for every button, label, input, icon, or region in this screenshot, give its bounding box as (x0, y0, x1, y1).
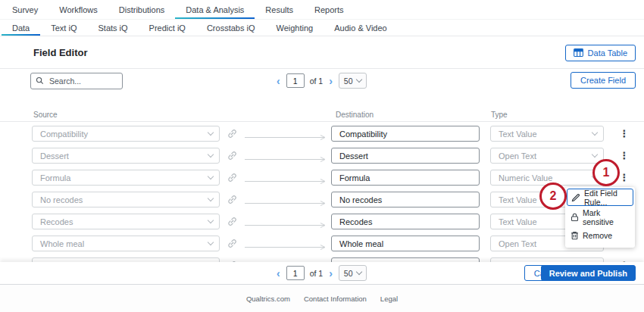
header-divider (0, 68, 644, 69)
pagination-page-input[interactable] (286, 266, 305, 280)
secondary-nav-item-crosstabs-iq[interactable]: Crosstabs iQ (196, 20, 266, 36)
source-select[interactable]: Recodes (32, 214, 220, 229)
menu-item-remove[interactable]: Remove (567, 226, 633, 245)
pagination-top: ‹of 1›50 (276, 73, 367, 89)
nav-item-label: Distributions (119, 5, 165, 14)
destination-input[interactable]: No recodes (331, 192, 480, 207)
annotation-step-2: 2 (539, 183, 567, 210)
mapping-arrow-icon (244, 240, 327, 254)
source-select[interactable]: No recodes (32, 192, 220, 207)
chevron-down-icon (208, 217, 214, 223)
row-menu-button[interactable]: ⋮ (618, 126, 630, 141)
chevron-down-icon (355, 269, 361, 275)
destination-input[interactable]: Dessert (331, 148, 480, 164)
nav-item-label: Workflows (59, 5, 98, 14)
chevron-down-icon (355, 76, 361, 83)
menu-item-label: Mark sensitive (583, 208, 630, 226)
page-size-value: 50 (344, 269, 353, 278)
trash-icon (571, 231, 579, 240)
field-editor-page: SurveyWorkflowsDistributionsData & Analy… (0, 0, 644, 312)
action-bar: ‹of 1›50 Cancel Review and Publish (0, 262, 644, 284)
pencil-icon (571, 193, 580, 202)
link-icon (227, 238, 237, 251)
secondary-nav-item-data[interactable]: Data (2, 20, 40, 36)
nav-item-label: Data & Analysis (186, 5, 244, 14)
table-row: Whole meal Whole meal Open Text ⋮ (0, 234, 644, 256)
secondary-nav-item-text-iq[interactable]: Text iQ (40, 20, 87, 36)
pagination-of-label: of 1 (310, 76, 324, 86)
link-icon (227, 172, 237, 186)
page-title: Field Editor (33, 47, 88, 58)
table-row: Recodes Recodes Text Value ⋮ (0, 212, 644, 234)
mapping-arrow-icon (244, 196, 327, 210)
type-select[interactable]: Text Value (490, 126, 604, 142)
pagination-next-button[interactable]: › (328, 76, 333, 86)
pagination-page-input[interactable] (286, 73, 305, 88)
primary-nav-item-workflows[interactable]: Workflows (48, 0, 108, 19)
secondary-nav-item-weighting[interactable]: Weighting (265, 20, 324, 36)
nav-item-label: Crosstabs iQ (207, 23, 255, 33)
source-select[interactable]: Compatibility (32, 126, 220, 142)
mapping-arrow-icon (244, 130, 327, 144)
secondary-nav-item-predict-iq[interactable]: Predict iQ (139, 20, 196, 36)
row-menu-button[interactable]: ⋮ (618, 170, 630, 185)
secondary-nav: DataText iQStats iQPredict iQCrosstabs i… (0, 20, 644, 36)
chevron-down-icon (208, 173, 214, 179)
search-input[interactable] (48, 76, 104, 86)
column-header-type: Type (491, 111, 508, 119)
destination-input[interactable]: Compatibility (331, 126, 480, 142)
secondary-nav-item-audio-video[interactable]: Audio & Video (324, 20, 398, 36)
chevron-down-icon (592, 151, 598, 158)
mapping-arrow-icon (244, 152, 327, 166)
source-select[interactable]: Formula (32, 170, 220, 186)
mapping-arrow-icon (244, 218, 327, 232)
menu-item-mark-sensitive[interactable]: Mark sensitive (567, 208, 633, 226)
page-size-select[interactable]: 50 (339, 265, 367, 281)
primary-nav-item-survey[interactable]: Survey (2, 0, 48, 19)
destination-input[interactable]: Formula (331, 170, 480, 186)
footer-link-legal[interactable]: Legal (380, 295, 398, 303)
lock-icon (571, 213, 579, 222)
link-icon (227, 150, 237, 164)
chevron-down-icon (592, 129, 598, 136)
data-table-label: Data Table (588, 48, 627, 58)
primary-nav-item-distributions[interactable]: Distributions (108, 0, 176, 19)
secondary-nav-item-stats-iq[interactable]: Stats iQ (87, 20, 138, 36)
annotation-step-1: 1 (592, 159, 620, 186)
review-and-publish-button[interactable]: Review and Publish (541, 265, 636, 281)
table-row: Dessert Dessert Open Text ⋮ (0, 146, 644, 168)
table-header-divider (0, 121, 644, 122)
data-table-button[interactable]: Data Table (565, 45, 636, 61)
footer-link-qualtrics-com[interactable]: Qualtrics.com (246, 295, 290, 303)
table-icon (574, 48, 583, 58)
pagination-prev-button[interactable]: ‹ (276, 268, 281, 279)
footer-link-contact-information[interactable]: Contact Information (304, 295, 367, 303)
search-box (30, 73, 123, 89)
mapping-arrow-icon (244, 174, 327, 188)
menu-item-edit-field-rule[interactable]: Edit Field Rule... (567, 189, 633, 206)
pagination-next-button[interactable]: › (328, 268, 333, 279)
primary-nav-item-data-analysis[interactable]: Data & Analysis (175, 0, 255, 19)
column-header-destination: Destination (336, 111, 374, 119)
destination-input[interactable]: Recodes (331, 214, 480, 229)
destination-input[interactable]: Whole meal (331, 236, 480, 251)
primary-nav-item-reports[interactable]: Reports (304, 0, 355, 19)
chevron-down-icon (208, 129, 214, 136)
primary-nav-item-results[interactable]: Results (255, 0, 304, 19)
row-menu-button[interactable]: ⋮ (618, 148, 630, 163)
nav-item-label: Predict iQ (149, 23, 186, 33)
pagination-prev-button[interactable]: ‹ (276, 76, 281, 86)
nav-item-label: Results (265, 5, 293, 14)
page-size-select[interactable]: 50 (339, 73, 367, 89)
type-select[interactable]: Open Text (490, 148, 604, 164)
link-icon (227, 216, 237, 229)
column-header-source: Source (33, 111, 58, 119)
source-select[interactable]: Dessert (32, 148, 220, 164)
nav-item-label: Survey (12, 5, 38, 14)
search-icon (36, 74, 44, 88)
chevron-down-icon (208, 239, 214, 245)
source-select[interactable]: Whole meal (32, 236, 220, 251)
pagination-bottom: ‹of 1›50 (276, 265, 367, 281)
create-field-button[interactable]: Create Field (571, 72, 636, 89)
pagination-of-label: of 1 (310, 269, 324, 278)
